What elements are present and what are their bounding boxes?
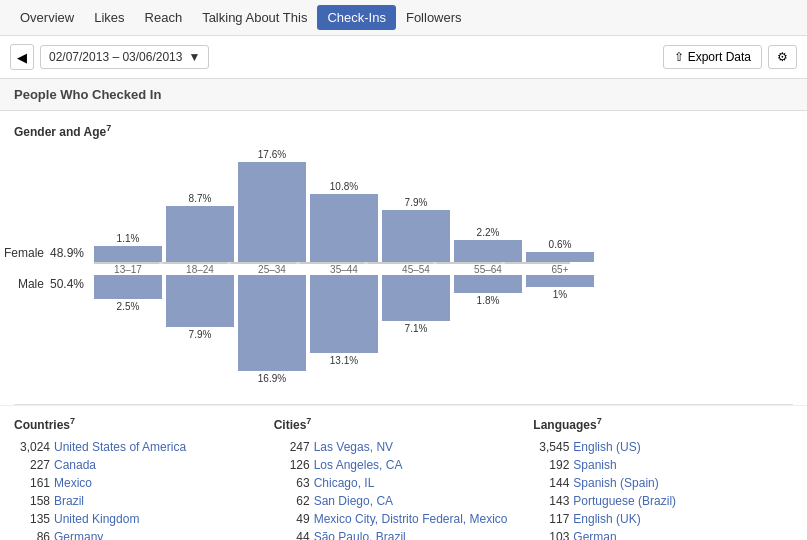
count: 161 [14,476,50,490]
bar-label: 10.8% [330,181,358,192]
age-label-5564: 55–64 [454,264,522,275]
languages-title: Languages7 [533,416,783,432]
count: 62 [274,494,310,508]
country-link[interactable]: Mexico [54,476,92,490]
country-link[interactable]: United Kingdom [54,512,139,526]
list-item: 44 São Paulo, Brazil [274,530,524,540]
list-item: 63 Chicago, IL [274,476,524,490]
list-item: 247 Las Vegas, NV [274,440,524,454]
male-bars: 2.5% 7.9% 16.9% 13.1% 7.1% [94,275,594,384]
bar-label: 7.9% [405,197,428,208]
bar-label: 7.1% [405,323,428,334]
bar-female-3544 [310,194,378,262]
dropdown-arrow-icon: ▼ [188,50,200,64]
city-link[interactable]: São Paulo, Brazil [314,530,406,540]
bar-female-4554 [382,210,450,262]
nav-followers[interactable]: Followers [396,2,472,33]
female-bars: 1.1% 8.7% 17.6% 10.8% 7.9% [94,149,594,262]
male-pct: 50.4% [50,277,84,291]
bar-female-1317 [94,246,162,262]
language-link[interactable]: Portuguese (Brazil) [573,494,676,508]
country-link[interactable]: Germany [54,530,103,540]
city-link[interactable]: Las Vegas, NV [314,440,393,454]
list-item: 3,545 English (US) [533,440,783,454]
bar-label: 13.1% [330,355,358,366]
date-range-text: 02/07/2013 – 03/06/2013 [49,50,182,64]
list-item: 126 Los Angeles, CA [274,458,524,472]
bar-label: 1.1% [117,233,140,244]
bar-label: 1.8% [477,295,500,306]
language-link[interactable]: English (UK) [573,512,640,526]
count: 135 [14,512,50,526]
male-label: Male [18,277,44,291]
nav-reach[interactable]: Reach [135,2,193,33]
count: 158 [14,494,50,508]
list-item: 86 Germany [14,530,264,540]
count: 126 [274,458,310,472]
city-link[interactable]: San Diego, CA [314,494,393,508]
language-link[interactable]: Spanish (Spain) [573,476,658,490]
age-label-65plus: 65+ [526,264,594,275]
bar-male-3544 [310,275,378,353]
age-label-3544: 35–44 [310,264,378,275]
nav-likes[interactable]: Likes [84,2,134,33]
count: 3,545 [533,440,569,454]
female-label: Female [4,246,44,260]
count: 143 [533,494,569,508]
nav-check-ins[interactable]: Check-Ins [317,5,396,30]
list-item: 135 United Kingdom [14,512,264,526]
toolbar-right: ⇧ Export Data ⚙ [663,45,797,69]
count: 247 [274,440,310,454]
nav-talking-about-this[interactable]: Talking About This [192,2,317,33]
list-item: 103 German [533,530,783,540]
cities-title: Cities7 [274,416,524,432]
bar-label: 7.9% [189,329,212,340]
bar-label: 2.5% [117,301,140,312]
language-link[interactable]: Spanish [573,458,616,472]
chart-section: Gender and Age7 Female 48.9% 1.1% 8.7% [0,111,807,404]
settings-button[interactable]: ⚙ [768,45,797,69]
gender-age-chart: Female 48.9% 1.1% 8.7% 17.6% 10.8 [14,149,793,384]
age-label-2534: 25–34 [238,264,306,275]
count: 49 [274,512,310,526]
language-link[interactable]: German [573,530,616,540]
bar-male-1317 [94,275,162,299]
age-label-1317: 13–17 [94,264,162,275]
city-link[interactable]: Mexico City, Distrito Federal, Mexico [314,512,508,526]
bar-female-65plus [526,252,594,262]
language-link[interactable]: English (US) [573,440,640,454]
nav-overview[interactable]: Overview [10,2,84,33]
bar-male-4554 [382,275,450,321]
data-section: Countries7 3,024 United States of Americ… [0,405,807,540]
settings-icon: ⚙ [777,50,788,64]
age-labels-row: 13–17 18–24 25–34 35–44 45–54 55–64 65+ [14,264,793,275]
list-item: 49 Mexico City, Distrito Federal, Mexico [274,512,524,526]
bar-male-2534 [238,275,306,371]
male-row: Male 50.4% 2.5% 7.9% 16.9% 13.1 [14,275,793,384]
age-label-1824: 18–24 [166,264,234,275]
city-link[interactable]: Los Angeles, CA [314,458,403,472]
count: 144 [533,476,569,490]
count: 44 [274,530,310,540]
export-data-button[interactable]: ⇧ Export Data [663,45,762,69]
count: 117 [533,512,569,526]
bar-label: 2.2% [477,227,500,238]
bar-female-5564 [454,240,522,262]
country-link[interactable]: Brazil [54,494,84,508]
cities-col: Cities7 247 Las Vegas, NV 126 Los Angele… [274,416,534,540]
country-link[interactable]: United States of America [54,440,186,454]
list-item: 161 Mexico [14,476,264,490]
list-item: 117 English (UK) [533,512,783,526]
age-label-4554: 45–54 [382,264,450,275]
countries-col: Countries7 3,024 United States of Americ… [14,416,274,540]
country-link[interactable]: Canada [54,458,96,472]
bar-male-1824 [166,275,234,327]
count: 192 [533,458,569,472]
count: 3,024 [14,440,50,454]
date-range-picker[interactable]: 02/07/2013 – 03/06/2013 ▼ [40,45,209,69]
list-item: 3,024 United States of America [14,440,264,454]
city-link[interactable]: Chicago, IL [314,476,375,490]
prev-period-button[interactable]: ◀ [10,44,34,70]
list-item: 227 Canada [14,458,264,472]
list-item: 158 Brazil [14,494,264,508]
